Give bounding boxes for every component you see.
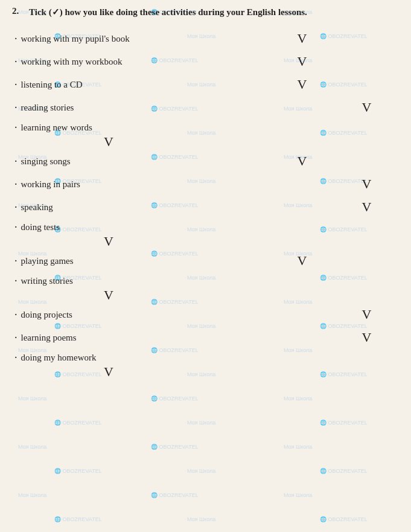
activity-label: ·working in pairs — [12, 178, 205, 191]
watermark: 🌐 OBOZREVATEL — [54, 420, 102, 426]
table-row: ·doing testsV — [12, 220, 399, 251]
activity-label: ·speaking — [12, 201, 205, 214]
watermark: Моя Школа — [187, 468, 215, 474]
check-cell: V — [334, 307, 399, 322]
check-cell: V — [12, 287, 205, 303]
bullet-icon: · — [14, 121, 18, 134]
bullet-icon: · — [14, 221, 18, 234]
check-cell: V — [334, 176, 399, 192]
activity-text: learning poems — [21, 333, 77, 343]
table-row: ·listening to a CDV — [12, 74, 399, 97]
check-cell: V — [334, 100, 399, 115]
bullet-icon: · — [14, 101, 18, 114]
question-header: 2. Tick (✓) how you like doing these act… — [12, 6, 399, 19]
activity-text: playing games — [21, 256, 74, 266]
activity-text: reading stories — [21, 103, 74, 113]
check-cell: V — [12, 134, 205, 150]
watermark: Моя Школа — [18, 396, 46, 402]
activity-text: working with my pupil's book — [21, 34, 130, 44]
table-row: ·reading storiesV — [12, 97, 399, 120]
bullet-icon: · — [14, 309, 18, 321]
watermark: 🌐 OBOZREVATEL — [54, 468, 102, 474]
watermark: Моя Школа — [284, 396, 312, 402]
watermark: Моя Школа — [18, 492, 46, 498]
activity-text: speaking — [21, 202, 53, 213]
table-row: ·doing projectsV — [12, 304, 399, 327]
activity-text: singing songs — [21, 156, 71, 167]
watermark: 🌐 OBOZREVATEL — [151, 492, 199, 498]
activity-label: ·doing tests — [12, 221, 205, 234]
activity-text: learning new words — [21, 123, 92, 133]
watermark: Моя Школа — [18, 444, 46, 450]
bullet-icon: · — [14, 33, 18, 45]
activity-label: ·reading stories — [12, 101, 205, 114]
table-row: ·doing my homeworkV — [12, 350, 399, 381]
activity-label: ·learning poems — [12, 332, 205, 344]
watermark: 🌐 OBOZREVATEL — [320, 468, 368, 474]
activity-label: ·doing my homework — [12, 351, 205, 364]
table-row: ·learning poemsV — [12, 327, 399, 350]
check-cell: V — [334, 330, 399, 345]
table-row: ·learning new wordsV — [12, 120, 399, 151]
watermark: 🌐 OBOZREVATEL — [151, 444, 199, 450]
bullet-icon: · — [14, 155, 18, 168]
activities-table: ·working with my pupil's bookV·working w… — [12, 28, 399, 381]
check-cell: V — [270, 54, 334, 69]
bullet-icon: · — [14, 351, 18, 364]
activity-label: ·singing songs — [12, 155, 205, 168]
watermark: 🌐 OBOZREVATEL — [320, 420, 368, 426]
activity-text: doing projects — [21, 310, 72, 320]
bullet-icon: · — [14, 56, 18, 68]
check-cell: V — [12, 234, 205, 249]
table-row: ·writing storiesV — [12, 274, 399, 304]
bullet-icon: · — [14, 275, 18, 287]
check-cell: V — [12, 364, 205, 380]
bullet-icon: · — [14, 201, 18, 214]
table-row: ·playing gamesV — [12, 251, 399, 274]
watermark: 🌐 OBOZREVATEL — [151, 396, 199, 402]
activity-text: doing tests — [21, 222, 60, 232]
table-row: ·speakingV — [12, 197, 399, 220]
watermark: Моя Школа — [284, 444, 312, 450]
activity-text: doing my homework — [21, 353, 97, 363]
activity-label: ·playing games — [12, 255, 205, 268]
bullet-icon: · — [14, 255, 18, 268]
activity-label: ·doing projects — [12, 309, 205, 321]
table-row: ·singing songsV — [12, 151, 399, 174]
table-row: ·working with my workbookV — [12, 51, 399, 74]
check-cell: V — [334, 199, 399, 215]
watermark: Моя Школа — [284, 492, 312, 498]
activity-text: listening to a CD — [21, 80, 83, 90]
activity-label: ·working with my workbook — [12, 56, 205, 68]
activity-label: ·writing stories — [12, 275, 205, 287]
check-cell: V — [270, 31, 334, 46]
activity-text: working in pairs — [21, 179, 80, 190]
activity-text: working with my workbook — [21, 57, 123, 67]
activity-text: writing stories — [21, 276, 73, 286]
watermark: 🌐 OBOZREVATEL — [320, 516, 368, 522]
table-row: ·working in pairsV — [12, 174, 399, 197]
activity-label: ·listening to a CD — [12, 79, 205, 91]
activity-label: ·learning new words — [12, 121, 205, 134]
check-cell: V — [270, 253, 334, 269]
watermark: Моя Школа — [187, 516, 215, 522]
question-text: Tick (✓) how you like doing these activi… — [29, 6, 307, 19]
bullet-icon: · — [14, 178, 18, 191]
check-cell: V — [270, 153, 334, 169]
question-number: 2. — [12, 6, 24, 19]
watermark: Моя Школа — [187, 420, 215, 426]
bullet-icon: · — [14, 79, 18, 91]
bullet-icon: · — [14, 332, 18, 344]
activity-label: ·working with my pupil's book — [12, 33, 205, 45]
table-row: ·working with my pupil's bookV — [12, 28, 399, 51]
check-cell: V — [270, 77, 334, 92]
watermark: 🌐 OBOZREVATEL — [54, 516, 102, 522]
